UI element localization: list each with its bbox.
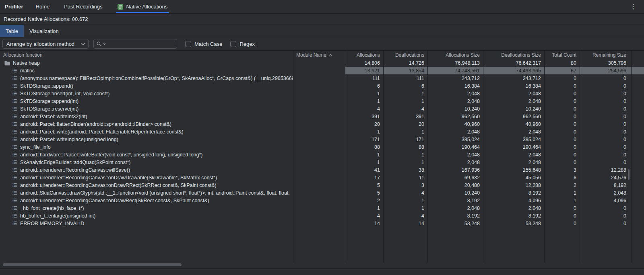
allocation-method-icon (12, 190, 18, 196)
column-separator (345, 51, 345, 263)
table-row[interactable]: android::hardware::Parcel::writeBuffer(v… (0, 151, 644, 158)
kebab-menu-icon[interactable]: ⋮ (628, 0, 639, 13)
deallocations-size-cell: 8,192 (483, 212, 544, 220)
table-row[interactable]: SkAnalyticEdgeBuilder::addQuad(SkPoint c… (0, 158, 644, 166)
allocations-size-cell: 10,240 (427, 189, 483, 197)
table-row[interactable]: SkTDStorage::append() 6 6 16,384 16,384 … (0, 82, 644, 90)
profiler-title: Profiler (5, 0, 23, 13)
arrange-dropdown[interactable]: Arrange by allocation method (2, 39, 89, 49)
allocation-function-name: hb_buffer_t::enlarge(unsigned int) (20, 213, 95, 219)
deallocations-size-cell: 385,024 (483, 135, 544, 143)
table-row[interactable]: ERROR MEMORY_INVALID 14 14 53,248 53,248… (0, 220, 644, 227)
view-tabs: Table Visualization (0, 25, 644, 37)
allocations-size-cell: 190,464 (427, 143, 483, 151)
column-header-deallocations[interactable]: Deallocations (383, 51, 427, 59)
allocation-method-icon (12, 152, 18, 158)
search-input[interactable] (107, 41, 174, 47)
table-row[interactable]: android::Parcel::writeInt32(int) 391 391… (0, 113, 644, 120)
deallocations-cell: 14,726 (383, 59, 427, 67)
allocations-cell: 17 (345, 174, 383, 181)
table-row[interactable]: (anonymous namespace)::FillRectOpImpl::o… (0, 74, 644, 82)
table-row[interactable]: android::Parcel::writeInplace(unsigned l… (0, 135, 644, 143)
column-header-deallocations-size[interactable]: Deallocations Size (483, 51, 544, 59)
match-case-checkbox[interactable]: Match Case (185, 41, 222, 47)
regex-checkbox-box (230, 41, 236, 47)
search-box[interactable] (93, 39, 177, 49)
tab-home[interactable]: Home (35, 0, 51, 13)
total-count-cell: 80 (544, 59, 580, 67)
deallocations-cell: 171 (383, 135, 427, 143)
tab-table[interactable]: Table (0, 25, 24, 37)
table-row[interactable]: android::SkiaCanvas::drawGlyphs(std::__1… (0, 189, 644, 197)
table-row[interactable]: android::uirenderer::RecordingCanvas::on… (0, 174, 644, 181)
allocation-function-name: ERROR MEMORY_INVALID (20, 221, 84, 226)
table-row[interactable]: malloc 13,921 13,854 74,748,561 74,493,9… (0, 67, 644, 74)
allocation-function-name: android::uirenderer::RecordingCanvas::on… (20, 198, 209, 203)
table-row[interactable]: _hb_font_create(hb_face_t*) 1 1 2,048 2,… (0, 204, 644, 212)
allocation-method-icon (12, 167, 18, 173)
table-body: Native heap 14,806 14,726 76,948,113 76,… (0, 59, 644, 227)
allocation-method-icon (12, 121, 18, 127)
arrange-dropdown-label: Arrange by allocation method (6, 41, 74, 47)
table-row[interactable]: android::uirenderer::RecordingCanvas::on… (0, 181, 644, 189)
column-separator (580, 51, 580, 263)
column-header-total-count[interactable]: Total Count (544, 51, 580, 59)
native-allocations-session-icon (117, 4, 124, 10)
regex-checkbox[interactable]: Regex (230, 41, 255, 47)
allocation-function-name: SkTDStorage::reserve(int) (20, 106, 78, 112)
allocations-size-cell: 2,048 (427, 151, 483, 158)
horizontal-scrollbar-thumb[interactable] (3, 263, 182, 266)
row-icon (11, 121, 18, 127)
remaining-size-cell: 254,596 (580, 67, 644, 74)
allocation-function-cell: hb_buffer_t::enlarge(unsigned int) (0, 212, 293, 220)
table-row[interactable]: android::uirenderer::RecordingCanvas::on… (0, 197, 644, 204)
deallocations-cell: 11 (383, 174, 427, 181)
remaining-size-cell: 0 (580, 204, 644, 212)
deallocations-cell: 6 (383, 82, 427, 90)
tab-visualization[interactable]: Visualization (24, 25, 64, 37)
table-row[interactable]: android::uirenderer::RecordingCanvas::wi… (0, 166, 644, 174)
allocation-function-cell: android::uirenderer::RecordingCanvas::on… (0, 181, 293, 189)
table-row[interactable]: SkTDStorage::insert(int, int, void const… (0, 90, 644, 97)
allocation-method-icon (12, 83, 18, 89)
allocation-function-cell: android::Parcel::writeInt32(int) (0, 113, 293, 120)
allocation-method-icon (12, 205, 18, 211)
allocations-cell: 88 (345, 143, 383, 151)
remaining-size-cell: 0 (580, 82, 644, 90)
table-row[interactable]: android::Parcel::flattenBinder(android::… (0, 120, 644, 128)
row-icon (11, 129, 18, 135)
allocations-cell: 391 (345, 113, 383, 120)
table-row[interactable]: Native heap 14,806 14,726 76,948,113 76,… (0, 59, 644, 67)
column-header-allocations-size[interactable]: Allocations Size (427, 51, 483, 59)
allocations-cell: 13,921 (345, 67, 383, 74)
module-name-cell (293, 143, 345, 151)
allocation-function-cell: SkTDStorage::append(int) (0, 97, 293, 105)
column-header-allocations[interactable]: Allocations (345, 51, 383, 59)
row-icon (11, 197, 18, 203)
tab-native-allocations[interactable]: Native Allocations (116, 0, 169, 13)
total-count-cell: 1 (544, 197, 580, 204)
allocations-cell: 41 (345, 166, 383, 174)
deallocations-size-cell: 2,048 (483, 97, 544, 105)
table-row[interactable]: SkTDStorage::append(int) 1 1 2,048 2,048… (0, 97, 644, 105)
table-row[interactable]: hb_buffer_t::enlarge(unsigned int) 4 4 8… (0, 212, 644, 220)
module-name-cell (293, 128, 345, 135)
row-icon (11, 220, 18, 226)
allocation-method-icon (12, 68, 18, 74)
deallocations-size-cell: 2,048 (483, 90, 544, 97)
column-header-allocation-function[interactable]: Allocation function (0, 51, 293, 59)
total-count-cell: 0 (544, 120, 580, 128)
allocations-size-cell: 8,192 (427, 212, 483, 220)
table-header: Allocation function Module Name Allocati… (0, 51, 644, 59)
tab-table-label: Table (6, 28, 18, 34)
allocations-table: Allocation function Module Name Allocati… (0, 51, 644, 263)
table-row[interactable]: sync_file_info 88 88 190,464 190,464 0 0 (0, 143, 644, 151)
table-row[interactable]: android::Parcel::write(android::Parcel::… (0, 128, 644, 135)
allocation-function-name: SkAnalyticEdgeBuilder::addQuad(SkPoint c… (20, 160, 130, 165)
tab-past-recordings[interactable]: Past Recordings (63, 0, 103, 13)
column-header-remaining-size[interactable]: Remaining Size (580, 51, 644, 59)
column-header-module-name[interactable]: Module Name (293, 51, 345, 59)
table-row[interactable]: SkTDStorage::reserve(int) 4 4 10,240 10,… (0, 105, 644, 113)
allocations-size-cell: 20,480 (427, 181, 483, 189)
column-separator (483, 51, 483, 263)
